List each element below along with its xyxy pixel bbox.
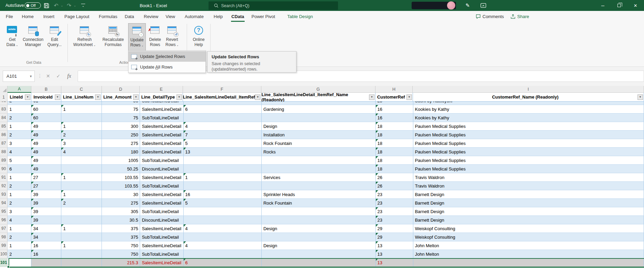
cell[interactable]: 16: [31, 250, 61, 258]
filter-dropdown-icon[interactable]: ▼: [638, 94, 643, 100]
cell[interactable]: 16: [376, 105, 413, 114]
cell[interactable]: 18: [376, 165, 413, 173]
cell[interactable]: 180: [102, 148, 140, 156]
cell[interactable]: 49: [31, 156, 61, 165]
cell[interactable]: 375: [102, 233, 140, 241]
redo-dropdown-icon[interactable]: ⌄: [74, 0, 76, 11]
cell[interactable]: 86: [102, 102, 140, 105]
cell[interactable]: 26: [376, 173, 413, 182]
row-header-96[interactable]: 96: [0, 216, 7, 224]
column-header-f[interactable]: F: [183, 86, 261, 93]
row-header-91[interactable]: 91: [0, 173, 7, 182]
cell[interactable]: SalesItemLineDetail: [140, 131, 183, 139]
cell[interactable]: 103.55: [102, 182, 140, 190]
cell[interactable]: 1: [61, 190, 102, 199]
cell[interactable]: [413, 258, 644, 267]
column-header-a[interactable]: A: [7, 86, 31, 93]
cell[interactable]: [61, 156, 102, 165]
cell[interactable]: 3: [7, 207, 31, 216]
cell[interactable]: 30.5: [102, 216, 140, 224]
cell[interactable]: Sprinkler Heads: [262, 190, 376, 199]
cell[interactable]: 30: [102, 190, 140, 199]
recalculate-formulas-button[interactable]: fxRecalculateFormulas: [101, 23, 125, 57]
cell[interactable]: 1: [61, 105, 102, 114]
comments-button[interactable]: Comments: [476, 12, 504, 20]
cell[interactable]: [61, 207, 102, 216]
cell[interactable]: Design: [262, 122, 376, 131]
row-header-90[interactable]: 90: [0, 165, 7, 173]
cell[interactable]: 4: [184, 224, 262, 233]
tab-data[interactable]: Data: [124, 11, 135, 22]
cell[interactable]: 13: [376, 241, 413, 250]
cell[interactable]: [61, 182, 102, 190]
cell[interactable]: 18: [376, 122, 413, 131]
filter-dropdown-icon[interactable]: ▼: [95, 94, 101, 100]
cell[interactable]: Paulsen Medical Supplies: [413, 139, 644, 148]
cell[interactable]: 7: [184, 131, 262, 139]
cell[interactable]: 2: [7, 233, 31, 241]
cell[interactable]: 375: [102, 224, 140, 233]
cell[interactable]: [262, 114, 376, 122]
autosave-toggle[interactable]: Off: [25, 2, 41, 9]
filter-dropdown-icon[interactable]: ▼: [177, 94, 182, 100]
cell[interactable]: 750: [102, 241, 140, 250]
cell[interactable]: Rock Fountain: [262, 199, 376, 207]
row-header-88[interactable]: 88: [0, 148, 7, 156]
row-header-85[interactable]: 85: [0, 122, 7, 131]
cell[interactable]: 16: [376, 114, 413, 122]
cell[interactable]: 39: [31, 190, 61, 199]
cell[interactable]: SubTotalLineDetail: [140, 233, 183, 241]
cell[interactable]: [184, 182, 262, 190]
search-input[interactable]: Search (Alt+Q): [209, 1, 338, 10]
cell[interactable]: 1: [61, 224, 102, 233]
cell[interactable]: Paulsen Medical Supplies: [413, 165, 644, 173]
cell[interactable]: 5: [7, 156, 31, 165]
cell[interactable]: 1: [7, 173, 31, 182]
cell[interactable]: 13: [376, 250, 413, 258]
cell[interactable]: 1005: [102, 156, 140, 165]
tab-review[interactable]: Review: [143, 11, 159, 22]
filter-dropdown-icon[interactable]: ▼: [255, 94, 260, 100]
cell[interactable]: SalesItemLineDetail: [140, 105, 183, 114]
cell[interactable]: 49: [31, 165, 61, 173]
cell[interactable]: Sushi by Katsuyuki: [413, 102, 644, 105]
cell[interactable]: 23: [376, 216, 413, 224]
tab-view[interactable]: View: [165, 11, 176, 22]
cell[interactable]: 75: [102, 105, 140, 114]
cell[interactable]: 23: [376, 207, 413, 216]
name-box-dropdown-icon[interactable]: ▼: [29, 75, 32, 78]
row-header-1[interactable]: 1: [0, 93, 7, 102]
ribbon-display-options-icon[interactable]: [480, 0, 486, 11]
cell[interactable]: SalesItemLineDetail: [140, 122, 183, 131]
cell[interactable]: 1: [61, 241, 102, 250]
tab-table-design[interactable]: Table Design: [286, 11, 314, 22]
cell[interactable]: Barnett Design: [413, 207, 644, 216]
cell[interactable]: [61, 258, 102, 267]
cell[interactable]: SalesItemLineDetail: [140, 199, 183, 207]
cell[interactable]: 1: [7, 241, 31, 250]
cell[interactable]: SalesItemLineDetail: [140, 224, 183, 233]
cell[interactable]: Paulsen Medical Supplies: [413, 122, 644, 131]
cell[interactable]: [262, 102, 376, 105]
cell[interactable]: 2: [7, 131, 31, 139]
cell[interactable]: 16: [184, 190, 262, 199]
cell[interactable]: [262, 182, 376, 190]
column-header-i[interactable]: I: [413, 86, 644, 93]
row-header-92[interactable]: 92: [0, 182, 7, 190]
cancel-formula-icon[interactable]: ✕: [44, 72, 52, 80]
header-cell[interactable]: Line_SalesItemLineDetail_ItemRef_Name (R…: [261, 93, 375, 102]
cell[interactable]: 1: [61, 173, 102, 182]
cell[interactable]: 3: [61, 139, 102, 148]
cell[interactable]: 103.55: [102, 173, 140, 182]
select-all-corner[interactable]: [0, 86, 7, 93]
cell[interactable]: 23: [376, 190, 413, 199]
cell[interactable]: 26: [376, 182, 413, 190]
cell[interactable]: [262, 233, 376, 241]
cell[interactable]: Paulsen Medical Supplies: [413, 156, 644, 165]
cell[interactable]: 275: [102, 139, 140, 148]
minimize-button[interactable]: ─: [597, 0, 609, 11]
cell[interactable]: [262, 250, 376, 258]
cell[interactable]: 13: [376, 258, 413, 267]
row-header-101[interactable]: 101: [0, 258, 7, 267]
row-header-83[interactable]: 83: [0, 105, 7, 114]
